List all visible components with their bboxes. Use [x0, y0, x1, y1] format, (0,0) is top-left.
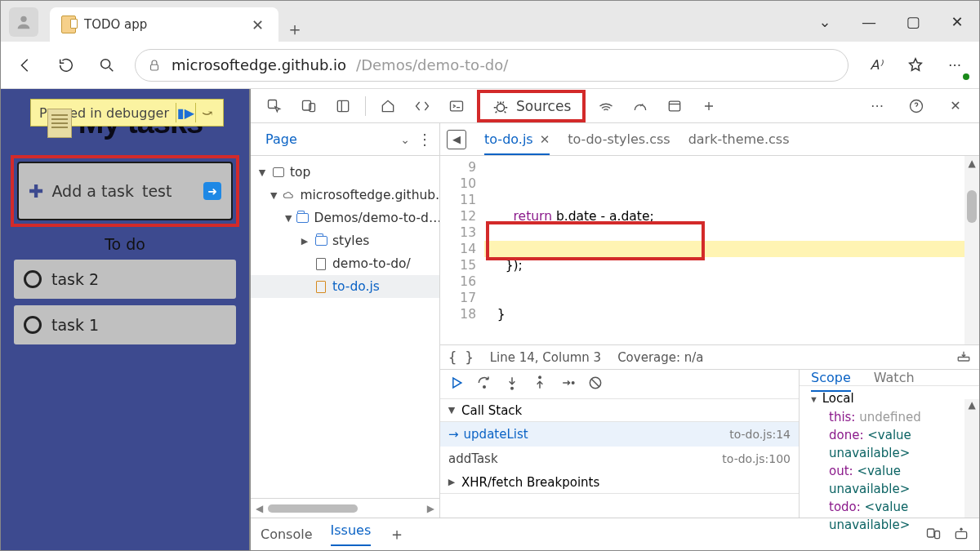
read-aloud-icon[interactable]: A⁾: [863, 52, 889, 78]
watch-tab[interactable]: Watch: [874, 370, 915, 385]
inspect-icon[interactable]: [259, 91, 290, 121]
new-tab-button[interactable]: ＋: [278, 17, 311, 42]
debugger-left-pane: Call Stack →updateListto-do.js:14 addTas…: [440, 370, 800, 518]
back-button[interactable]: [12, 52, 38, 78]
drawer-tab-console[interactable]: Console: [261, 527, 313, 542]
tab-close-icon[interactable]: ✕: [248, 13, 267, 37]
stack-frame[interactable]: →updateListto-do.js:14: [440, 422, 799, 447]
resume-button[interactable]: [448, 375, 465, 394]
navigator-overflow-icon[interactable]: ⌄: [394, 133, 416, 146]
scope-vscroll[interactable]: ▲: [964, 399, 979, 518]
rendered-page: Paused in debugger ▮▶ ⤻ My tasks ✚ Add a…: [1, 89, 251, 550]
tree-file-html[interactable]: demo-to-do/: [332, 256, 411, 271]
xhr-bp-header[interactable]: XHR/fetch Breakpoints: [440, 471, 799, 494]
step-out-button[interactable]: [532, 375, 548, 394]
more-tabs-icon[interactable]: [693, 91, 724, 121]
editor-tab-todo-js[interactable]: to-do.js✕: [484, 131, 550, 155]
scope-body[interactable]: Local this: undefined done: <value unava…: [800, 386, 979, 537]
editor-tab-dark[interactable]: dark-theme.css: [688, 131, 790, 147]
navigator-more-icon[interactable]: ⋮: [416, 131, 433, 148]
task-radio-icon[interactable]: [24, 316, 42, 334]
favorite-icon[interactable]: [902, 52, 929, 78]
svg-rect-2: [151, 64, 158, 70]
add-task-card[interactable]: ✚ Add a task test ➜: [17, 162, 233, 220]
chevron-down-icon[interactable]: ⌄: [803, 5, 847, 38]
step-button[interactable]: [559, 375, 576, 394]
show-navigator-icon[interactable]: ◀: [447, 130, 466, 149]
callstack-header[interactable]: Call Stack: [440, 399, 799, 422]
sources-tab[interactable]: Sources: [477, 90, 586, 122]
svg-point-8: [497, 104, 504, 111]
tab-title: TODO app: [84, 17, 240, 32]
devtools: Sources ⋯ ✕ Page ⌄ ⋮: [251, 89, 979, 550]
more-tools-icon[interactable]: ⋯: [862, 91, 893, 121]
console-icon[interactable]: [441, 91, 472, 121]
code-editor[interactable]: 9101112131415161718 return b.date - a.da…: [440, 156, 979, 344]
welcome-icon[interactable]: [372, 91, 403, 121]
browser-tab[interactable]: TODO app ✕: [50, 7, 278, 42]
tree-origin[interactable]: microsoftedge.github…: [300, 188, 439, 202]
svg-rect-11: [958, 357, 969, 361]
search-button[interactable]: [94, 52, 120, 78]
device-toggle-icon[interactable]: [293, 91, 324, 121]
drawer-tab-issues[interactable]: Issues: [331, 522, 372, 546]
performance-icon[interactable]: [625, 91, 656, 121]
application-icon[interactable]: [659, 91, 690, 121]
menu-icon[interactable]: ⋯: [942, 52, 968, 78]
stack-frame[interactable]: addTaskto-do.js:100: [440, 447, 799, 471]
navigator-hscroll[interactable]: ◀▶: [251, 498, 439, 518]
task-label: task 1: [51, 316, 99, 334]
code-body: return b.date - a.date; }); } const upda…: [484, 156, 979, 344]
close-devtools-icon[interactable]: ✕: [940, 91, 971, 121]
svg-point-13: [511, 387, 514, 389]
navigator-tab-page[interactable]: Page: [257, 127, 305, 152]
svg-point-0: [20, 16, 26, 22]
editor-tab-styles[interactable]: to-do-styles.css: [568, 131, 670, 147]
drawer-add-icon[interactable]: ＋: [389, 523, 405, 545]
step-over-button[interactable]: [476, 375, 492, 394]
download-icon[interactable]: [956, 349, 971, 366]
bug-icon: [492, 97, 510, 115]
refresh-button[interactable]: [53, 52, 79, 78]
window-minimize-icon[interactable]: —: [847, 5, 891, 38]
resume-icon[interactable]: ▮▶: [176, 103, 195, 122]
step-over-icon[interactable]: ⤻: [195, 103, 218, 122]
task-radio-icon[interactable]: [24, 270, 42, 288]
profile-button[interactable]: [9, 7, 38, 37]
tree-folder-demos[interactable]: Demos/demo-to-d…: [314, 211, 439, 225]
elements-icon[interactable]: [407, 91, 438, 121]
devtools-toolbar: Sources ⋯ ✕: [251, 89, 979, 123]
url-field[interactable]: microsoftedge.github.io/Demos/demo-to-do…: [135, 49, 849, 82]
close-tab-icon[interactable]: ✕: [540, 132, 550, 147]
dock-icon[interactable]: [327, 91, 359, 121]
svg-rect-6: [337, 100, 348, 111]
svg-point-12: [483, 385, 486, 388]
tree-top[interactable]: top: [290, 165, 310, 180]
editor-status-bar: { } Line 14, Column 3 Coverage: n/a: [440, 344, 979, 369]
debugger-right-pane: Scope Watch Local this: undefined done: …: [800, 370, 979, 518]
file-tree[interactable]: top microsoftedge.github… Demos/demo-to-…: [251, 156, 439, 498]
editor-tabs: ◀ to-do.js✕ to-do-styles.css dark-theme.…: [440, 123, 979, 156]
network-icon[interactable]: [590, 91, 621, 121]
submit-task-icon[interactable]: ➜: [203, 182, 221, 200]
tree-folder-styles[interactable]: styles: [332, 233, 369, 248]
gutter: 9101112131415161718: [440, 156, 484, 344]
url-path: /Demos/demo-to-do/: [356, 56, 508, 73]
help-icon[interactable]: [901, 91, 932, 121]
task-label: task 2: [51, 270, 99, 288]
sources-navigator: Page ⌄ ⋮ top microsoftedge.github… Demos…: [251, 123, 440, 518]
svg-rect-9: [670, 101, 680, 111]
editor-vscroll[interactable]: ▲: [964, 156, 979, 344]
deactivate-bp-button[interactable]: [587, 375, 604, 394]
window-restore-icon[interactable]: ▢: [891, 5, 935, 38]
coverage-status: Coverage: n/a: [617, 350, 703, 365]
titlebar: TODO app ✕ ＋ ⌄ — ▢ ✕: [1, 1, 979, 42]
task-item[interactable]: task 2: [14, 260, 236, 299]
add-task-input-value[interactable]: test: [142, 182, 195, 200]
pretty-print-icon[interactable]: { }: [448, 349, 474, 366]
svg-point-14: [539, 376, 541, 379]
window-close-icon[interactable]: ✕: [935, 5, 979, 38]
tree-file-js[interactable]: to-do.js: [332, 279, 380, 294]
task-item[interactable]: task 1: [14, 305, 236, 344]
step-into-button[interactable]: [504, 375, 520, 394]
